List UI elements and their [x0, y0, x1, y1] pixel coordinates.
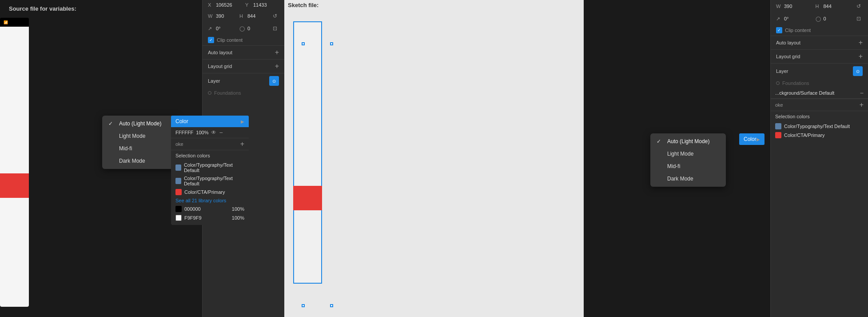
resize-icon[interactable]: ↺: [271, 12, 279, 20]
corner-label: ◯: [239, 26, 246, 32]
auto-layout-add-icon[interactable]: +: [275, 48, 279, 56]
foundations-row-left: Foundations: [203, 88, 284, 97]
w-group: W 390: [208, 13, 236, 19]
dropdown-item-label-2-right: Mid-fi: [667, 163, 680, 169]
arrow-right-right: ▶: [757, 137, 760, 142]
clip-icon[interactable]: ⊡: [271, 24, 279, 32]
auto-layout-label: Auto layout: [208, 50, 232, 55]
stroke-row-left: oke +: [171, 138, 249, 150]
layout-grid-add-icon[interactable]: +: [275, 62, 279, 70]
color-label-1-right: Color/CTA/Primary: [784, 132, 824, 138]
handle-bl: [302, 304, 305, 307]
dropdown-item-auto-right[interactable]: ✓ Auto (Light Mode): [650, 135, 726, 148]
stroke-row-right: oke +: [771, 99, 868, 111]
stroke-label-right: oke: [775, 102, 783, 108]
clip-icon-right[interactable]: ⊡: [855, 15, 863, 23]
minus-bg-surface[interactable]: −: [860, 89, 864, 96]
minus-icon-left[interactable]: −: [219, 129, 223, 136]
dropdown-item-midfi-right[interactable]: Mid-fi: [650, 160, 726, 173]
stroke-add-icon-right[interactable]: +: [860, 101, 864, 109]
layer-section-right: Layer ⊙: [771, 63, 868, 79]
color-label-0-right: Color/Typography/Text Default: [784, 124, 850, 129]
resize-icon-right[interactable]: ↺: [855, 2, 863, 10]
w-label: W: [208, 13, 214, 19]
color-label-1-left: Color/Typography/Text Default: [184, 176, 244, 186]
dropdown-item-auto-light-left[interactable]: ✓ Auto (Light Mode): [102, 117, 178, 130]
foundations-label-left: Foundations: [214, 90, 241, 96]
color-submenu-header-left[interactable]: Color ▶: [171, 116, 249, 127]
handle-tr: [330, 42, 333, 45]
color-label-2-left: Color/CTA/Primary: [184, 189, 225, 195]
color-swatch-1-right: [775, 132, 781, 138]
w-group-right: W 390: [776, 4, 812, 9]
dropdown-item-label-1-right: Light Mode: [667, 151, 693, 157]
right-section: W 390 H 844 ↺ ↗ 0° ◯ 0 ⊡ ✓ Clip content: [584, 0, 868, 317]
color-item-0-right: Color/Typography/Text Default: [775, 122, 864, 131]
dropdown-item-dark-left[interactable]: Dark Mode: [102, 155, 178, 167]
red-bar-left: [0, 173, 29, 198]
w-label-right: W: [776, 4, 782, 9]
auto-layout-section: Auto layout +: [203, 45, 284, 59]
color-item-1-right: Color/CTA/Primary: [775, 131, 864, 140]
corner-group: ◯ 0: [239, 26, 267, 32]
dropdown-item-dark-right[interactable]: Dark Mode: [650, 173, 726, 185]
h-value: 844: [247, 13, 255, 19]
layout-grid-add-icon-right[interactable]: +: [859, 52, 863, 60]
layer-label-right: Layer: [776, 68, 788, 74]
stroke-add-icon-left[interactable]: +: [240, 140, 244, 148]
layer-dot-right: [776, 81, 780, 85]
layer-mode-icon-right[interactable]: ⊙: [853, 66, 863, 76]
see-library-link-left[interactable]: See all 21 library colors: [175, 197, 244, 205]
color-item-2-left: Color/CTA/Primary: [175, 188, 244, 197]
clip-checkbox[interactable]: ✓: [208, 37, 214, 43]
layer-mode-icon[interactable]: ⊙: [269, 76, 279, 86]
hex-color-row-1-left: F9F9F9 100%: [175, 213, 244, 222]
selection-colors-left: Selection colors Color/Typography/Text D…: [171, 150, 249, 225]
rotation-row-right: ↗ 0° ◯ 0 ⊡: [771, 12, 868, 25]
left-section-title: Source file for variables:: [4, 2, 82, 16]
selection-colors-title-left: Selection colors: [175, 153, 244, 158]
rotation-group: ↗ 0°: [208, 26, 236, 32]
color-item-1-left: Color/Typography/Text Default: [175, 174, 244, 188]
foundations-row-right: Foundations: [771, 79, 868, 88]
layer-label: Layer: [208, 78, 220, 84]
handle-tl: [302, 42, 305, 45]
color-submenu-left: Color ▶ FFFFFF 100% 👁 − oke + Selection …: [171, 116, 249, 225]
x-label: X: [208, 2, 214, 8]
eye-icon-left[interactable]: 👁: [211, 129, 216, 136]
arrow-right-left: ▶: [241, 119, 244, 124]
color-submenu-title-right: Color: [744, 136, 757, 142]
xy-row: X 106526 Y 11433: [203, 0, 284, 10]
dropdown-item-light-right[interactable]: Light Mode: [650, 148, 726, 160]
status-icons-left: 📶: [4, 20, 8, 24]
corner-label-right: ◯: [816, 16, 822, 22]
color-bg-surface-row: ...ckground/Surface Default −: [771, 88, 868, 99]
handle-br: [330, 304, 333, 307]
layout-grid-label: Layout grid: [208, 64, 232, 69]
dropdown-right: ✓ Auto (Light Mode) Light Mode Mid-fi Da…: [650, 133, 726, 187]
layout-grid-label-right: Layout grid: [776, 54, 800, 59]
center-canvas: Sketch file:: [284, 0, 584, 317]
layout-grid-right: Layout grid +: [771, 49, 868, 63]
layout-grid-section: Layout grid +: [203, 59, 284, 73]
mobile-frame-left: 📶: [0, 18, 29, 307]
dropdown-item-light-left[interactable]: Light Mode: [102, 130, 178, 142]
rotation-label-right: ↗: [776, 16, 782, 22]
wh-row-right: W 390 H 844 ↺: [771, 0, 868, 12]
clip-checkbox-right[interactable]: ✓: [776, 27, 782, 33]
left-section: Source file for variables: 📶 X 106526 Y …: [0, 0, 284, 317]
x-group: X 106526: [208, 2, 242, 8]
auto-layout-add-icon-right[interactable]: +: [859, 39, 863, 47]
y-label: Y: [245, 2, 251, 8]
rotation-value: 0°: [216, 26, 221, 31]
dropdown-item-label-3-right: Dark Mode: [667, 176, 693, 182]
clip-content-label-right: Clip content: [785, 28, 811, 33]
layer-dot-left: [208, 91, 211, 95]
dropdown-item-label-1-left: Light Mode: [119, 133, 145, 139]
rotation-group-right: ↗ 0°: [776, 16, 812, 22]
w-value: 390: [216, 13, 224, 19]
layer-section: Layer ⊙: [203, 73, 284, 88]
dropdown-item-midfi-left[interactable]: Mid-fi: [102, 142, 178, 155]
color-submenu-header-right[interactable]: Color ▶: [739, 133, 764, 145]
color-swatch-2-left: [175, 189, 182, 195]
